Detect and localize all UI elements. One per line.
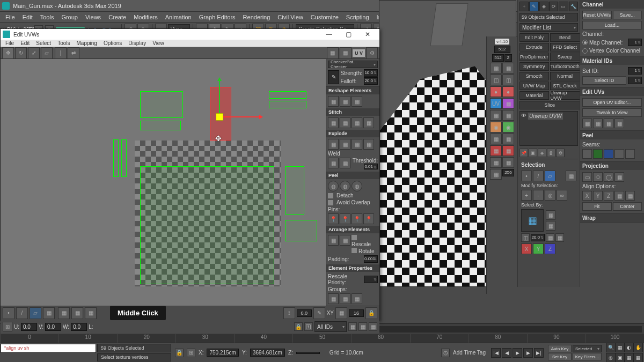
- uvst-b[interactable]: ▦: [71, 307, 83, 319]
- uvtool-scale[interactable]: ⤢: [28, 47, 40, 59]
- detach-check[interactable]: [328, 193, 333, 198]
- uvtool-mirror[interactable]: |: [55, 47, 67, 59]
- vt-13[interactable]: ▦: [490, 134, 502, 144]
- uvw-maximize[interactable]: ▢: [339, 29, 358, 40]
- open-uv-editor-button[interactable]: Open UV Editor...: [582, 98, 642, 107]
- menu-views[interactable]: Views: [82, 13, 104, 21]
- uvw-close[interactable]: ✕: [358, 29, 377, 40]
- tab-hierarchy[interactable]: ◈: [539, 2, 548, 11]
- seam-1[interactable]: [582, 149, 592, 159]
- vt-9[interactable]: ▦: [490, 110, 502, 121]
- tex-dim-2[interactable]: 512: [492, 54, 504, 62]
- stitch-header[interactable]: Stitch: [326, 108, 379, 116]
- vt-8[interactable]: ▦: [502, 98, 514, 109]
- uvst-lock-icon[interactable]: 🔒: [365, 307, 377, 319]
- uv-shell[interactable]: [140, 91, 183, 118]
- uvtool-options[interactable]: ⚙: [366, 47, 378, 59]
- status-y[interactable]: 3694.681cm: [250, 349, 285, 357]
- gizmo-x-axis[interactable]: [219, 116, 260, 117]
- menu-customize[interactable]: Customize: [308, 13, 342, 21]
- vt-4[interactable]: ◫: [502, 75, 514, 85]
- uvst-scale[interactable]: 0.0: [297, 309, 312, 317]
- pin-2[interactable]: 📍: [340, 213, 350, 224]
- time-ruler[interactable]: 0102030405060708090100: [0, 334, 644, 343]
- vp-x1[interactable]: ▦: [624, 353, 634, 362]
- tweak-in-view-button[interactable]: Tweak In View: [582, 108, 642, 117]
- save-uvws-button[interactable]: Save...: [613, 11, 642, 19]
- brush-strength[interactable]: 10.0: [364, 69, 378, 77]
- time-tag-icon[interactable]: ◷: [441, 349, 450, 357]
- vp-zoom[interactable]: 🔍: [606, 343, 616, 352]
- menu-modifiers[interactable]: Modifiers: [130, 13, 161, 21]
- arrange-1[interactable]: ▦: [328, 235, 339, 246]
- planar-x[interactable]: ▦: [546, 233, 554, 242]
- explode-3[interactable]: ▦: [352, 139, 362, 150]
- selectid-button[interactable]: Select ID: [582, 76, 626, 85]
- loop-button[interactable]: ∞: [557, 190, 567, 201]
- peel-1[interactable]: ◍: [328, 181, 339, 191]
- uvmenu-view[interactable]: View: [150, 40, 167, 47]
- uvst-key-icon[interactable]: ⚿: [304, 322, 313, 331]
- tab-motion[interactable]: ⟳: [549, 2, 558, 11]
- subobj-edge[interactable]: /: [533, 171, 544, 181]
- group-2[interactable]: ▦: [340, 293, 350, 304]
- weld-threshold[interactable]: 0.01: [364, 164, 378, 169]
- edituv-i1[interactable]: ▦: [582, 119, 592, 128]
- elprop-header[interactable]: Element Properties: [326, 264, 379, 272]
- uvtool-flip[interactable]: ⇄: [68, 47, 79, 59]
- mod-extrude[interactable]: Extrude: [519, 43, 549, 51]
- modifier-list-dropdown[interactable]: Modifier List: [519, 23, 578, 32]
- checker-dropdown[interactable]: CheckerPat... Checker: [328, 61, 378, 68]
- uv-shell[interactable]: [121, 139, 127, 177]
- vt-12[interactable]: ◉: [502, 122, 514, 132]
- axis-x-button[interactable]: X: [521, 243, 532, 254]
- uvw-minimize[interactable]: —: [319, 29, 339, 40]
- mod-turbosmooth[interactable]: TurboSmooth: [550, 62, 580, 71]
- stitch-2[interactable]: ▦: [340, 117, 350, 128]
- stitch-1[interactable]: ▦: [328, 117, 339, 128]
- uv-shell[interactable]: [140, 121, 181, 130]
- proj-box[interactable]: ▦: [614, 172, 624, 182]
- tab-utilities[interactable]: 🔧: [569, 2, 578, 11]
- subobj-vertex[interactable]: •: [521, 171, 532, 181]
- tab-modify[interactable]: ✎: [529, 2, 538, 11]
- vt-5[interactable]: ●: [490, 86, 502, 97]
- vp-x2[interactable]: ▦: [633, 353, 643, 362]
- tex-dim-1[interactable]: 512: [494, 46, 510, 53]
- seam-2[interactable]: [593, 149, 603, 159]
- menu-file[interactable]: File: [2, 13, 18, 21]
- vp-orbit[interactable]: ◎: [606, 353, 616, 362]
- map-channel-spinner[interactable]: 1: [628, 39, 642, 46]
- setkey-button[interactable]: Set Key: [548, 353, 572, 360]
- tab-create[interactable]: +: [519, 2, 529, 11]
- uvmenu-tools[interactable]: Tools: [55, 40, 72, 47]
- mod-slice[interactable]: Slice: [519, 101, 580, 109]
- goto-start[interactable]: |◀: [491, 348, 501, 358]
- goto-end[interactable]: ▶|: [534, 348, 544, 358]
- gizmo-center[interactable]: [216, 113, 223, 121]
- ring-button[interactable]: ◎: [545, 190, 555, 201]
- explode-2[interactable]: ▦: [340, 139, 350, 150]
- uvmenu-select[interactable]: Select: [33, 40, 54, 47]
- subobj-element[interactable]: ▦: [566, 171, 576, 181]
- vt-14[interactable]: ▦: [502, 134, 514, 144]
- pin-4[interactable]: 📍: [363, 213, 374, 224]
- maxscript-input[interactable]: "align uv sh: [1, 344, 96, 353]
- uv-w-input[interactable]: 0.0: [71, 323, 87, 331]
- uvtool-rotate[interactable]: ↻: [15, 47, 27, 59]
- stack-remove[interactable]: 🗑: [547, 149, 555, 157]
- keyfilters-button[interactable]: Key Filters...: [573, 353, 602, 360]
- uvpeel-header[interactable]: Peel: [326, 172, 379, 179]
- seam-4[interactable]: [614, 149, 624, 159]
- matid-header[interactable]: Material IDs: [580, 56, 644, 65]
- tex-dim-3[interactable]: 2: [504, 54, 512, 62]
- vt-6[interactable]: ●: [502, 86, 514, 97]
- weld-1[interactable]: ▦: [328, 158, 339, 168]
- axis-y-button[interactable]: Y: [533, 243, 544, 254]
- vt-10[interactable]: ▦: [502, 110, 514, 121]
- uvst-brush-icon[interactable]: ✎: [313, 307, 325, 319]
- abs-transform-icon[interactable]: ⊞: [187, 349, 195, 357]
- explode-header[interactable]: Explode: [326, 130, 379, 137]
- vt-7[interactable]: UV: [490, 98, 502, 109]
- menu-scripting[interactable]: Scripting: [343, 13, 372, 21]
